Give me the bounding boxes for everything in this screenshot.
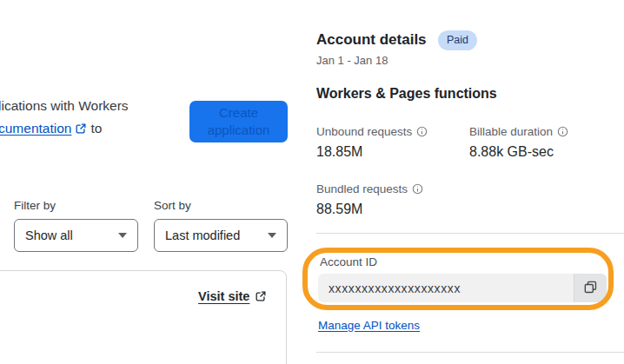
account-details-title: Account details [316,31,427,49]
filter-dropdown[interactable]: Show all [14,219,138,252]
sort-dropdown-value: Last modified [165,228,240,242]
sort-dropdown[interactable]: Last modified [154,219,288,252]
account-id-input[interactable] [318,274,574,302]
external-link-icon [75,119,87,142]
account-id-field-group [318,274,607,302]
section-title: Workers & Pages functions [316,86,497,102]
documentation-link[interactable]: cumentation [0,121,90,136]
account-id-label: Account ID [320,255,377,268]
date-range: Jan 1 - Jan 18 [316,54,388,67]
intro-after-link: to [90,121,102,136]
info-icon[interactable] [412,183,423,197]
paid-badge: Paid [438,30,477,50]
info-icon[interactable] [557,126,568,140]
dashboard-screen: lications with Workers cumentationto Cre… [0,0,624,364]
external-link-icon [255,290,267,305]
intro-line-1: lications with Workers [0,95,129,117]
divider [316,233,624,234]
chevron-down-icon [118,233,127,238]
bundled-requests-value: 88.59M [316,202,362,217]
visit-site-link[interactable]: Visit site [198,289,270,305]
filter-by-label: Filter by [14,199,56,212]
unbound-requests-label: Unbound requests [316,125,428,140]
copy-icon [583,280,598,297]
chevron-down-icon [268,233,276,238]
filter-dropdown-value: Show all [25,228,73,242]
project-card [0,270,287,364]
create-application-button[interactable]: Create application [189,101,288,142]
info-icon[interactable] [416,126,428,140]
billable-duration-label: Billable duration [469,125,568,140]
copy-button[interactable] [574,274,607,302]
unbound-requests-value: 18.85M [316,144,362,160]
divider [316,352,624,353]
intro-line-2: cumentationto [0,117,129,142]
bundled-requests-label: Bundled requests [316,182,423,197]
billable-duration-value: 8.88k GB-sec [469,144,554,160]
manage-api-tokens-link[interactable]: Manage API tokens [318,319,420,332]
sort-by-label: Sort by [154,199,191,212]
intro-text: lications with Workers cumentationto [0,95,129,142]
